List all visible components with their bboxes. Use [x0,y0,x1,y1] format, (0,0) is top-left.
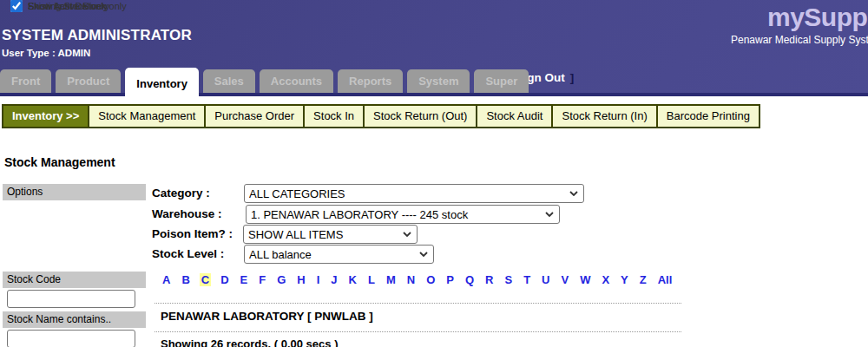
stock-level-label: Stock Level : [152,247,224,260]
sign-out-bracket-close: ] [570,71,575,84]
subnav-item[interactable]: Stock Management [89,106,206,127]
inventory-subnav: Inventory >> Stock Management Purchase O… [2,104,760,128]
warehouse-select-wrap: 1. PENAWAR LABORATORY ---- 245 stock [246,205,560,224]
alphabet-letter-link[interactable]: Q [464,273,476,286]
nav-tab[interactable]: Super [474,69,529,93]
page-title: Stock Management [4,155,115,169]
subnav-item[interactable]: Inventory >> [3,106,89,127]
subnav-item-label: Stock Return (In) [562,109,647,122]
options-panel-header: Options [3,184,146,200]
nav-tab[interactable]: Accounts [260,69,333,93]
stock-name-input[interactable] [7,330,135,347]
alphabet-letter-link[interactable]: X [600,273,611,286]
category-label: Category : [152,187,210,200]
nav-tab-label: Accounts [271,75,322,88]
alphabet-letter-link[interactable]: K [347,273,358,286]
main-nav-tabs: Front Product Inventory Sales Accounts [0,69,529,99]
user-type-text: User Type : ADMIN [2,48,90,58]
alphabet-letter-link[interactable]: B [180,273,191,286]
alphabet-letter-link[interactable]: R [483,273,495,286]
nav-tab-label: Super [485,75,517,88]
stock-code-input[interactable] [7,290,135,308]
dotted-divider [155,331,681,332]
nav-tab[interactable]: Inventory [125,68,199,99]
alphabet-letter-link[interactable]: J [329,273,339,286]
alphabet-letter-link[interactable]: G [275,273,287,286]
subnav-item[interactable]: Stock In [305,106,365,127]
alphabet-letter-link[interactable]: F [257,273,267,286]
subnav-item-label: Inventory >> [12,109,79,122]
nav-tab-label: Reports [349,75,391,88]
option-checkbox-label: Show Last Delivery [28,1,109,11]
stock-name-panel-header: Stock Name contains.. [3,311,146,328]
app-header: SYSTEM ADMINISTRATOR User Type : ADMIN m… [0,0,868,96]
option-checkbox[interactable] [10,0,23,12]
alphabet-letter-link[interactable]: Y [619,273,630,286]
option-checkbox-row: Show Last Delivery [10,0,109,12]
warehouse-select[interactable]: 1. PENAWAR LABORATORY ---- 245 stock [246,205,560,224]
system-administrator-title: SYSTEM ADMINISTRATOR [2,27,192,44]
alphabet-letter-link[interactable]: O [424,273,437,286]
alphabet-letter-link[interactable]: I [315,273,322,286]
alphabet-letter-link[interactable]: L [366,273,377,286]
subnav-item-label: Stock Management [98,109,195,122]
stock-code-panel-header: Stock Code [3,272,146,288]
alphabet-letter-link[interactable]: N [405,273,417,286]
alphabet-letter-link[interactable]: M [385,273,398,286]
subnav-item[interactable]: Barcode Printing [658,106,759,127]
category-select[interactable]: ALL CATEGORIES [244,184,584,203]
subnav-item[interactable]: Stock Audit [477,106,553,127]
subnav-item-label: Purchase Order [214,109,294,122]
alphabet-letter-link[interactable]: E [239,273,250,286]
nav-tab[interactable]: Reports [338,69,403,93]
subnav-item[interactable]: Purchase Order [206,106,305,127]
subnav-item[interactable]: Stock Return (In) [553,106,657,127]
warehouse-results-title: PENAWAR LABORATORY [ PNWLAB ] [161,310,373,323]
alphabet-letter-link[interactable]: U [540,273,551,286]
poison-item-label: Poison Item? : [152,227,233,240]
nav-tab-label: Front [11,75,40,88]
subnav-item-label: Stock Audit [486,109,542,122]
alphabet-letter-link[interactable]: All [656,273,674,286]
alphabet-letter-link[interactable]: C [200,273,211,286]
alphabet-letter-link[interactable]: P [444,273,456,286]
nav-tab[interactable]: Front [0,69,51,93]
nav-tab-label: Inventory [136,77,187,90]
poison-item-select[interactable]: SHOW ALL ITEMS [243,225,418,244]
nav-tab-label: Sales [214,75,244,88]
alphabet-letter-link[interactable]: T [522,273,532,286]
alphabet-letter-link[interactable]: S [503,273,514,286]
nav-tab-label: System [418,75,458,88]
nav-tab[interactable]: Sales [203,69,255,93]
alphabet-letter-link[interactable]: A [161,273,172,286]
stock-level-select[interactable]: ALL balance [244,245,434,264]
category-select-wrap: ALL CATEGORIES [244,184,584,203]
subnav-item-label: Stock In [313,109,354,122]
records-summary: Showing 26 records. ( 0.00 secs ) [161,337,338,347]
subnav-item[interactable]: Stock Return (Out) [365,106,477,127]
subnav-item-label: Barcode Printing [667,109,750,122]
alphabet-letter-link[interactable]: D [219,273,230,286]
warehouse-label: Warehouse : [152,207,222,220]
nav-tab[interactable]: System [407,69,470,93]
nav-tab-label: Product [67,75,109,88]
logo-subtitle: Penawar Medical Supply System [731,34,868,46]
alphabet-filter: A B C D E F G H I J K L M N O P [161,273,674,286]
alphabet-letter-link[interactable]: V [559,273,570,286]
stock-management-page: SYSTEM ADMINISTRATOR User Type : ADMIN m… [0,0,868,347]
poison-item-select-wrap: SHOW ALL ITEMS [243,225,418,244]
alphabet-letter-link[interactable]: W [578,273,592,286]
mysupply-logo: mySupply [767,3,868,32]
dotted-divider [155,303,681,304]
alphabet-letter-link[interactable]: Z [638,273,648,286]
stock-level-select-wrap: ALL balance [244,245,434,264]
nav-tab[interactable]: Product [56,69,121,93]
subnav-item-label: Stock Return (Out) [373,109,467,122]
alphabet-letter-link[interactable]: H [295,273,306,286]
